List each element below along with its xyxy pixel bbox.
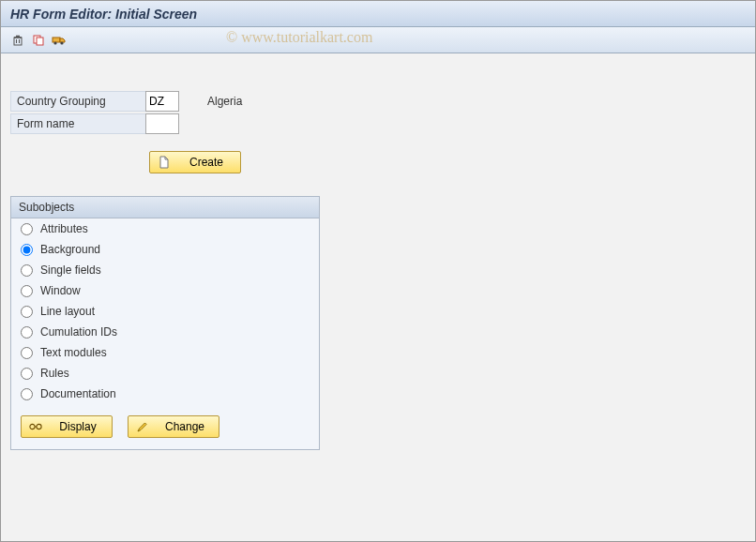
truck-icon[interactable] bbox=[52, 33, 67, 48]
watermark-text: © www.tutorialkart.com bbox=[226, 29, 372, 46]
subobject-label: Single fields bbox=[40, 263, 101, 277]
page-title: HR Form Editor: Initial Screen bbox=[1, 1, 755, 27]
subobject-label: Attributes bbox=[40, 222, 88, 235]
main-content: Country Grouping Algeria Form name Creat… bbox=[1, 53, 755, 459]
subobject-label: Documentation bbox=[40, 387, 116, 400]
subobject-option[interactable]: Attributes bbox=[11, 218, 319, 239]
subobject-radio[interactable] bbox=[21, 223, 33, 235]
glasses-icon bbox=[29, 420, 42, 433]
pencil-icon bbox=[136, 420, 149, 433]
document-icon bbox=[158, 156, 171, 169]
display-button[interactable]: Display bbox=[21, 415, 113, 438]
country-grouping-desc: Algeria bbox=[207, 95, 242, 108]
svg-rect-6 bbox=[37, 38, 43, 45]
subobject-option[interactable]: Cumulation IDs bbox=[11, 322, 319, 342]
subobject-label: Line layout bbox=[40, 305, 95, 318]
subobject-option[interactable]: Documentation bbox=[11, 384, 319, 404]
subobject-label: Cumulation IDs bbox=[40, 325, 117, 339]
subobject-radio[interactable] bbox=[21, 264, 33, 277]
subobject-radio[interactable] bbox=[21, 388, 33, 400]
svg-point-10 bbox=[30, 424, 35, 429]
subobject-radio[interactable] bbox=[21, 285, 33, 297]
svg-point-8 bbox=[53, 41, 56, 44]
svg-point-11 bbox=[37, 424, 41, 429]
subobject-label: Rules bbox=[40, 367, 69, 380]
form-name-input[interactable] bbox=[145, 113, 179, 134]
svg-rect-7 bbox=[53, 38, 60, 42]
app-toolbar: © www.tutorialkart.com bbox=[1, 27, 755, 53]
subobjects-title: Subobjects bbox=[11, 197, 319, 218]
subobject-radio[interactable] bbox=[21, 326, 33, 339]
subobjects-group: Subobjects AttributesBackgroundSingle fi… bbox=[10, 196, 320, 450]
subobject-option[interactable]: Text modules bbox=[11, 342, 319, 363]
create-button-label: Create bbox=[180, 156, 233, 169]
display-button-label: Display bbox=[52, 420, 104, 433]
copy-icon[interactable] bbox=[31, 33, 46, 48]
subobject-radio[interactable] bbox=[21, 368, 33, 380]
trash-icon[interactable] bbox=[10, 33, 25, 48]
create-button[interactable]: Create bbox=[149, 151, 241, 173]
subobject-option[interactable]: Window bbox=[11, 280, 319, 301]
country-grouping-label: Country Grouping bbox=[10, 91, 146, 112]
subobject-label: Text modules bbox=[40, 346, 107, 359]
form-name-label: Form name bbox=[10, 113, 146, 134]
subobject-option[interactable]: Rules bbox=[11, 363, 319, 384]
subobject-radio[interactable] bbox=[21, 306, 33, 318]
subobject-option[interactable]: Background bbox=[11, 239, 319, 260]
svg-point-9 bbox=[60, 41, 63, 44]
change-button-label: Change bbox=[159, 420, 211, 433]
country-grouping-input[interactable] bbox=[145, 91, 179, 112]
change-button[interactable]: Change bbox=[128, 415, 219, 438]
svg-rect-0 bbox=[14, 38, 22, 45]
subobject-radio[interactable] bbox=[21, 347, 33, 359]
subobject-option[interactable]: Line layout bbox=[11, 301, 319, 322]
subobject-radio[interactable] bbox=[21, 244, 33, 256]
subobject-option[interactable]: Single fields bbox=[11, 260, 319, 280]
subobject-label: Window bbox=[40, 284, 81, 297]
subobject-label: Background bbox=[40, 243, 100, 256]
